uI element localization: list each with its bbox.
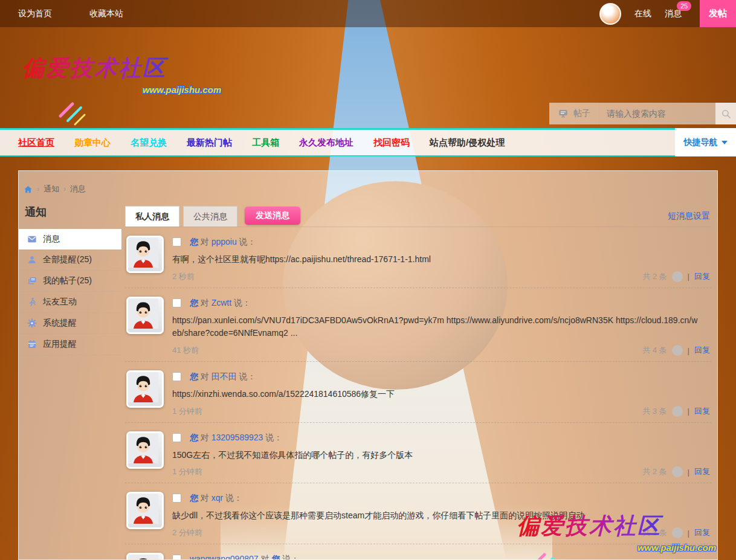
sender-avatar[interactable] (126, 553, 164, 560)
reply-link[interactable]: 回复 (694, 406, 710, 417)
message-content: 150G左右，不过我不知道你具体指的哪个帖子的，有好多个版本 (172, 449, 710, 462)
user-avatar[interactable] (599, 3, 621, 25)
nav-item[interactable]: 名望兑换 (131, 137, 167, 149)
message-actor-link[interactable]: 您 (190, 433, 198, 442)
message-checkbox[interactable] (172, 298, 181, 307)
sms-settings-link[interactable]: 短消息设置 (668, 211, 710, 222)
reply-link[interactable]: 回复 (694, 271, 710, 282)
message-target-link[interactable]: Zcwtt (211, 298, 231, 307)
message-title: 您 对 13209589923 说： (172, 433, 710, 443)
sidebar-item[interactable]: 坛友互动 (19, 292, 121, 313)
sidebar-title: 通知 (25, 205, 47, 219)
new-post-button[interactable]: 发帖 (700, 0, 736, 27)
meta-separator: | (688, 272, 689, 281)
reply-link[interactable]: 回复 (694, 466, 710, 477)
sidebar-item-icon (27, 340, 37, 349)
message-meta: 共 2 条 | 回复 (642, 271, 710, 282)
message-meta: 共 4 条 | 回复 (642, 345, 710, 356)
message-actor-link[interactable]: 您 (190, 372, 198, 381)
message-target-link[interactable]: pppoiu (211, 237, 237, 246)
quick-nav-button[interactable]: 快捷导航 (675, 128, 736, 156)
breadcrumb-messages[interactable]: 消息 (70, 184, 86, 195)
message-title: 您 对 xqr 说： (172, 493, 710, 504)
message-actor-link[interactable]: 您 (190, 493, 198, 503)
set-home-link[interactable]: 设为首页 (18, 8, 52, 19)
breadcrumb-separator: › (37, 185, 39, 193)
message-time: 2 分钟前 (172, 527, 202, 538)
sidebar-item-icon (27, 276, 37, 286)
message-suffix: 说： (265, 433, 282, 442)
message-title: wangwang090807 对 您 说： (172, 554, 710, 560)
message-row: 您 对 pppoiu 说： 有啊，这个社区里就有呢https://ac.paij… (125, 227, 711, 288)
participant-avatar[interactable] (672, 271, 683, 282)
nav-item[interactable]: 最新热门帖 (187, 137, 232, 149)
nav-item[interactable]: 永久发布地址 (299, 137, 353, 149)
message-time: 1 分钟前 (172, 406, 202, 417)
sidebar-item-icon (27, 318, 37, 328)
message-actor-link[interactable]: wangwang090807 (190, 554, 259, 560)
nav-item[interactable]: 找回密码 (373, 137, 410, 149)
messages-tab[interactable]: 私人消息 (125, 206, 179, 227)
search-category-label: 帖子 (573, 108, 590, 119)
message-connector: 对 (201, 493, 209, 503)
message-actor-link[interactable]: 您 (190, 237, 198, 246)
participant-avatar[interactable] (672, 406, 683, 417)
message-checkbox[interactable] (172, 555, 181, 560)
send-message-button[interactable]: 发送消息 (245, 207, 300, 225)
nav-item[interactable]: 站点帮助/侵权处理 (430, 137, 505, 149)
message-connector: 对 (201, 298, 209, 307)
sidebar-item-label: 应用提醒 (43, 339, 77, 350)
breadcrumb-notifications[interactable]: 通知 (44, 184, 59, 195)
sender-avatar[interactable] (126, 431, 164, 469)
message-count: 共 2 条 (642, 271, 667, 282)
sidebar-item[interactable]: 我的帖子(25) (19, 271, 121, 292)
message-checkbox[interactable] (172, 433, 181, 442)
sidebar-item-label: 消息 (43, 234, 60, 245)
breadcrumb: › 通知 › 消息 (24, 184, 86, 195)
nav-item[interactable]: 工具箱 (252, 137, 279, 149)
online-status-link[interactable]: 在线 (634, 8, 651, 19)
sidebar-item[interactable]: 应用提醒 (19, 334, 121, 355)
messages-link[interactable]: 消息 25 (665, 8, 682, 19)
message-row: 您 对 13209589923 说： 150G左右，不过我不知道你具体指的哪个帖… (125, 423, 711, 484)
message-title: 您 对 pppoiu 说： (172, 237, 710, 248)
message-checkbox[interactable] (172, 494, 181, 503)
message-body: wangwang090807 对 您 说： 昨天 19:47 共 3 条 | (172, 553, 710, 560)
logo-streaks-decoration (57, 100, 93, 127)
message-footer: 1 分钟前 共 2 条 | 回复 (172, 466, 710, 478)
message-actor-link[interactable]: 您 (190, 298, 198, 307)
participant-avatar[interactable] (672, 466, 683, 477)
message-target-link[interactable]: 田不田 (211, 372, 237, 381)
sender-avatar[interactable] (126, 370, 164, 408)
search-input[interactable] (599, 103, 715, 124)
message-meta: 共 3 条 | 回复 (642, 406, 710, 417)
sidebar-item[interactable]: 系统提醒 (19, 313, 121, 334)
sidebar-item[interactable]: 消息 (19, 229, 121, 249)
sender-avatar[interactable] (126, 297, 164, 334)
sidebar-item[interactable]: 全部提醒(25) (19, 249, 121, 271)
message-checkbox[interactable] (172, 372, 181, 381)
bookmark-site-link[interactable]: 收藏本站 (89, 8, 123, 19)
sidebar-item-label: 坛友互动 (43, 297, 77, 307)
site-logo[interactable]: 偏爱技术社区 www.paijishu.com (22, 53, 221, 95)
sidebar-item-icon (27, 297, 37, 307)
sender-avatar[interactable] (126, 236, 164, 273)
home-icon[interactable] (24, 185, 33, 194)
message-target-link[interactable]: xqr (211, 493, 223, 503)
messages-tab[interactable]: 公共消息 (183, 206, 237, 227)
search-category-button[interactable]: 帖子 (549, 103, 599, 124)
sidebar-item-icon (27, 255, 37, 265)
message-suffix: 说： (234, 298, 251, 307)
sender-avatar[interactable] (126, 492, 164, 529)
message-count: 共 3 条 (642, 406, 667, 417)
message-content: https://xinzhi.wenda.so.com/a/1522241814… (172, 388, 710, 401)
watermark-streaks-decoration (529, 551, 565, 560)
message-checkbox[interactable] (172, 237, 181, 246)
search-submit-button[interactable] (715, 103, 736, 124)
participant-avatar[interactable] (672, 345, 683, 356)
nav-item[interactable]: 社区首页 (18, 137, 54, 149)
reply-link[interactable]: 回复 (694, 345, 710, 356)
message-target-link[interactable]: 13209589923 (211, 433, 263, 442)
message-target-link[interactable]: 您 (271, 554, 280, 560)
nav-item[interactable]: 勋章中心 (74, 137, 111, 149)
